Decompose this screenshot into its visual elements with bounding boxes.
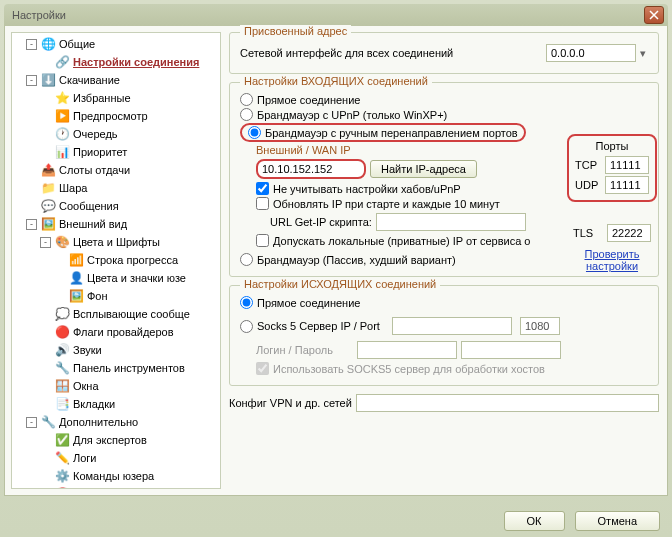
tree-item[interactable]: 🔴Флаги провайдеров — [12, 323, 220, 341]
url-script-input[interactable] — [376, 213, 526, 231]
ok-button[interactable]: ОК — [504, 511, 565, 531]
tree-item-label: Сообщения — [59, 198, 119, 214]
tree-item[interactable]: 📑Вкладки — [12, 395, 220, 413]
tree-item[interactable]: 📶Строка прогресса — [12, 251, 220, 269]
main: -🌐Общие🔗Настройки соединения-⬇️Скачивани… — [4, 26, 668, 496]
wan-ip-input[interactable] — [256, 159, 366, 179]
radio-socks5-label: Socks 5 Сервер IP / Port — [257, 320, 380, 332]
tree-item[interactable]: 📤Слоты отдачи — [12, 161, 220, 179]
group-title: Настройки ИСХОДЯЩИХ соединений — [240, 278, 440, 290]
tree-item-icon: ⬇️ — [40, 72, 56, 88]
tree-item[interactable]: 🖼️Фон — [12, 287, 220, 305]
expand-icon[interactable]: - — [26, 219, 37, 230]
tree-item-icon: ✏️ — [54, 450, 70, 466]
tree-item-label: Окна — [73, 378, 99, 394]
login-pass-label: Логин / Пароль — [256, 344, 333, 356]
radio-manual[interactable] — [248, 126, 261, 139]
socks-login-input — [357, 341, 457, 359]
tcp-port-input[interactable] — [605, 156, 649, 174]
tree-item-label: Общие — [59, 36, 95, 52]
tree-item[interactable]: -🖼️Внешний вид — [12, 215, 220, 233]
radio-direct[interactable] — [240, 93, 253, 106]
tree-item[interactable]: ✅Для экспертов — [12, 431, 220, 449]
cb-update-ip[interactable] — [256, 197, 269, 210]
expand-icon[interactable]: - — [26, 75, 37, 86]
tree-item-label: Внешний вид — [59, 216, 127, 232]
expand-icon[interactable]: - — [40, 237, 51, 248]
tree-item-label: Очередь — [73, 126, 118, 142]
check-settings-link[interactable]: Проверить настройки — [567, 248, 657, 272]
tree-item-icon: 🔴 — [54, 324, 70, 340]
expand-icon[interactable]: - — [26, 39, 37, 50]
tree-item[interactable]: 🪟Окна — [12, 377, 220, 395]
tls-row: TLS — [567, 224, 657, 242]
cb-hubs-label: Не учитывать настройки хабов/uPnP — [273, 183, 461, 195]
tree-item-icon: 💭 — [54, 306, 70, 322]
tree-item-label: Флаги провайдеров — [73, 324, 174, 340]
titlebar: Настройки — [4, 4, 668, 26]
find-ip-button[interactable]: Найти IP-адреса — [370, 160, 477, 178]
socks-ip-input — [392, 317, 512, 335]
radio-out-direct[interactable] — [240, 296, 253, 309]
tree-panel[interactable]: -🌐Общие🔗Настройки соединения-⬇️Скачивани… — [11, 32, 221, 489]
cancel-button[interactable]: Отмена — [575, 511, 660, 531]
tree-item-icon: 📑 — [54, 396, 70, 412]
tree-item-label: Вкладки — [73, 396, 115, 412]
cb-hubs[interactable] — [256, 182, 269, 195]
interface-value[interactable] — [546, 44, 636, 62]
tree-item-icon: 📤 — [40, 162, 56, 178]
tree-item-label: Скачивание — [59, 72, 120, 88]
tree-item[interactable]: 💬Сообщения — [12, 197, 220, 215]
tree-item[interactable]: -🎨Цвета и Шрифты — [12, 233, 220, 251]
close-button[interactable] — [644, 6, 664, 24]
tree-item-icon: 🔊 — [54, 342, 70, 358]
tree-item[interactable]: ✏️Логи — [12, 449, 220, 467]
tree-item[interactable]: ⚙️Команды юзера — [12, 467, 220, 485]
tls-port-input[interactable] — [607, 224, 651, 242]
group-assigned-address: Присвоенный адрес Сетевой интерфейс для … — [229, 32, 659, 74]
tree-item-label: Дополнительно — [59, 414, 138, 430]
udp-port-input[interactable] — [605, 176, 649, 194]
tree-item[interactable]: 🔧Панель инструментов — [12, 359, 220, 377]
tree-item-icon: 📁 — [40, 180, 56, 196]
tree-item-icon: 🔗 — [54, 54, 70, 70]
udp-label: UDP — [575, 179, 598, 191]
tree-item[interactable]: 👤Цвета и значки юзе — [12, 269, 220, 287]
dropdown-icon[interactable]: ▾ — [640, 47, 648, 60]
vpn-config-input[interactable] — [356, 394, 659, 412]
tree-item[interactable]: 📁Шара — [12, 179, 220, 197]
tree-item[interactable]: ▶️Предпросмотр — [12, 107, 220, 125]
cb-local-ip-label: Допускать локальные (приватные) IP от се… — [273, 235, 531, 247]
tree-item-label: Предпросмотр — [73, 108, 148, 124]
tree-item[interactable]: 🕐Очередь — [12, 125, 220, 143]
tree-item-icon: 💬 — [40, 198, 56, 214]
tree-item[interactable]: 🔊Звуки — [12, 341, 220, 359]
cb-update-ip-label: Обновлять IP при старте и каждые 10 мину… — [273, 198, 500, 210]
tree-item[interactable]: 💭Всплывающие сообще — [12, 305, 220, 323]
tree-item[interactable]: ⭐Избранные — [12, 89, 220, 107]
tree-item[interactable]: 🔗Настройки соединения — [12, 53, 220, 71]
vpn-config-label: Конфиг VPN и др. сетей — [229, 397, 352, 409]
tree-item-label: Цвета и значки юзе — [87, 270, 186, 286]
tree-item[interactable]: -🔧Дополнительно — [12, 413, 220, 431]
radio-upnp-label: Брандмауэр с UPnP (только WinXP+) — [257, 109, 447, 121]
cb-socks5-hosts-label: Использовать SOCKS5 сервер для обработки… — [273, 363, 545, 375]
cb-local-ip[interactable] — [256, 234, 269, 247]
content-panel: Присвоенный адрес Сетевой интерфейс для … — [221, 26, 667, 495]
radio-socks5[interactable] — [240, 320, 253, 333]
close-icon — [649, 10, 659, 20]
tree-item[interactable]: 📊Приоритет — [12, 143, 220, 161]
tree-item-icon: 📊 — [54, 144, 70, 160]
tree-item-label: Избранные — [73, 90, 131, 106]
radio-out-direct-label: Прямое соединение — [257, 297, 360, 309]
tree-item[interactable]: -⬇️Скачивание — [12, 71, 220, 89]
ports-title: Порты — [575, 140, 649, 152]
expand-icon[interactable]: - — [26, 417, 37, 428]
tree-item[interactable]: 🚫Ограничения скорости — [12, 485, 220, 489]
radio-passive[interactable] — [240, 253, 253, 266]
tree-item-icon: 🕐 — [54, 126, 70, 142]
tree-item[interactable]: -🌐Общие — [12, 35, 220, 53]
group-outgoing: Настройки ИСХОДЯЩИХ соединений Прямое со… — [229, 285, 659, 386]
tree-item-label: Шара — [59, 180, 87, 196]
radio-upnp[interactable] — [240, 108, 253, 121]
